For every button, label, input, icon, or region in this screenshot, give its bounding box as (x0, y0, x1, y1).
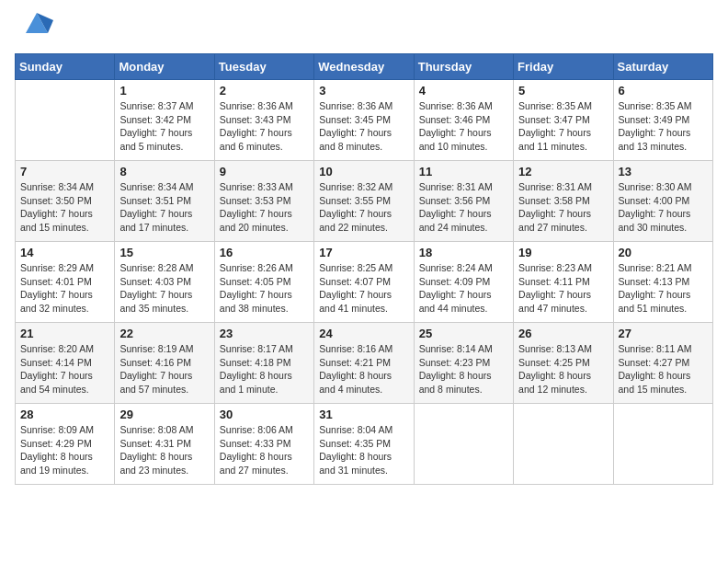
calendar-cell: 18Sunrise: 8:24 AM Sunset: 4:09 PM Dayli… (414, 242, 513, 323)
calendar-cell: 25Sunrise: 8:14 AM Sunset: 4:23 PM Dayli… (414, 323, 513, 404)
day-info: Sunrise: 8:34 AM Sunset: 3:50 PM Dayligh… (20, 180, 109, 235)
calendar-cell: 20Sunrise: 8:21 AM Sunset: 4:13 PM Dayli… (613, 242, 712, 323)
calendar-cell: 17Sunrise: 8:25 AM Sunset: 4:07 PM Dayli… (314, 242, 414, 323)
col-header-monday: Monday (115, 54, 214, 80)
calendar-cell: 14Sunrise: 8:29 AM Sunset: 4:01 PM Dayli… (16, 242, 115, 323)
day-info: Sunrise: 8:35 AM Sunset: 3:49 PM Dayligh… (619, 99, 708, 154)
calendar-cell (613, 404, 712, 485)
calendar-cell: 22Sunrise: 8:19 AM Sunset: 4:16 PM Dayli… (115, 323, 214, 404)
day-info: Sunrise: 8:17 AM Sunset: 4:18 PM Dayligh… (220, 342, 309, 396)
calendar-cell: 30Sunrise: 8:06 AM Sunset: 4:33 PM Dayli… (214, 404, 313, 485)
day-number: 6 (619, 84, 708, 98)
day-number: 21 (20, 327, 109, 340)
day-info: Sunrise: 8:19 AM Sunset: 4:16 PM Dayligh… (119, 342, 209, 396)
day-number: 29 (119, 408, 209, 421)
calendar-table: SundayMondayTuesdayWednesdayThursdayFrid… (15, 53, 713, 485)
calendar-cell: 8Sunrise: 8:34 AM Sunset: 3:51 PM Daylig… (115, 161, 214, 242)
calendar-cell (414, 404, 513, 485)
col-header-saturday: Saturday (613, 54, 712, 80)
day-info: Sunrise: 8:33 AM Sunset: 3:53 PM Dayligh… (220, 180, 309, 235)
day-number: 31 (319, 408, 408, 421)
day-info: Sunrise: 8:09 AM Sunset: 4:29 PM Dayligh… (20, 423, 109, 477)
calendar-week-4: 21Sunrise: 8:20 AM Sunset: 4:14 PM Dayli… (16, 323, 713, 404)
calendar-cell: 16Sunrise: 8:26 AM Sunset: 4:05 PM Dayli… (214, 242, 313, 323)
day-info: Sunrise: 8:21 AM Sunset: 4:13 PM Dayligh… (619, 261, 708, 316)
day-info: Sunrise: 8:32 AM Sunset: 3:55 PM Dayligh… (319, 180, 408, 235)
day-info: Sunrise: 8:30 AM Sunset: 4:00 PM Dayligh… (619, 180, 708, 235)
day-number: 7 (20, 165, 109, 178)
day-number: 19 (518, 246, 608, 259)
page-header (15, 15, 713, 42)
day-number: 15 (119, 246, 209, 259)
calendar-cell: 27Sunrise: 8:11 AM Sunset: 4:27 PM Dayli… (613, 323, 712, 404)
calendar-cell: 9Sunrise: 8:33 AM Sunset: 3:53 PM Daylig… (214, 161, 313, 242)
day-info: Sunrise: 8:35 AM Sunset: 3:47 PM Dayligh… (518, 99, 608, 154)
calendar-cell: 1Sunrise: 8:37 AM Sunset: 3:42 PM Daylig… (115, 80, 214, 161)
calendar-cell: 28Sunrise: 8:09 AM Sunset: 4:29 PM Dayli… (16, 404, 115, 485)
col-header-sunday: Sunday (16, 54, 115, 80)
calendar-cell: 21Sunrise: 8:20 AM Sunset: 4:14 PM Dayli… (16, 323, 115, 404)
calendar-cell: 15Sunrise: 8:28 AM Sunset: 4:03 PM Dayli… (115, 242, 214, 323)
day-info: Sunrise: 8:20 AM Sunset: 4:14 PM Dayligh… (20, 342, 109, 396)
day-info: Sunrise: 8:36 AM Sunset: 3:45 PM Dayligh… (319, 99, 408, 154)
day-info: Sunrise: 8:24 AM Sunset: 4:09 PM Dayligh… (419, 261, 508, 316)
day-number: 22 (119, 327, 209, 340)
day-number: 30 (220, 408, 309, 421)
day-info: Sunrise: 8:23 AM Sunset: 4:11 PM Dayligh… (518, 261, 608, 316)
day-info: Sunrise: 8:31 AM Sunset: 3:58 PM Dayligh… (518, 180, 608, 235)
calendar-cell: 23Sunrise: 8:17 AM Sunset: 4:18 PM Dayli… (214, 323, 313, 404)
day-number: 25 (419, 327, 508, 340)
day-info: Sunrise: 8:34 AM Sunset: 3:51 PM Dayligh… (119, 180, 209, 235)
day-number: 12 (518, 165, 608, 178)
day-info: Sunrise: 8:28 AM Sunset: 4:03 PM Dayligh… (119, 261, 209, 316)
day-info: Sunrise: 8:29 AM Sunset: 4:01 PM Dayligh… (20, 261, 109, 316)
day-number: 27 (619, 327, 708, 340)
calendar-cell: 6Sunrise: 8:35 AM Sunset: 3:49 PM Daylig… (613, 80, 712, 161)
calendar-cell: 19Sunrise: 8:23 AM Sunset: 4:11 PM Dayli… (514, 242, 613, 323)
day-number: 8 (119, 165, 209, 178)
day-number: 10 (319, 165, 408, 178)
day-info: Sunrise: 8:26 AM Sunset: 4:05 PM Dayligh… (220, 261, 309, 316)
calendar-cell: 31Sunrise: 8:04 AM Sunset: 4:35 PM Dayli… (314, 404, 414, 485)
day-info: Sunrise: 8:31 AM Sunset: 3:56 PM Dayligh… (419, 180, 508, 235)
day-number: 14 (20, 246, 109, 259)
calendar-cell: 13Sunrise: 8:30 AM Sunset: 4:00 PM Dayli… (613, 161, 712, 242)
day-number: 18 (419, 246, 508, 259)
day-number: 3 (319, 84, 408, 98)
day-number: 16 (220, 246, 309, 259)
calendar-week-2: 7Sunrise: 8:34 AM Sunset: 3:50 PM Daylig… (16, 161, 713, 242)
day-number: 23 (220, 327, 309, 340)
day-info: Sunrise: 8:06 AM Sunset: 4:33 PM Dayligh… (220, 423, 309, 477)
calendar-cell (514, 404, 613, 485)
calendar-header-row: SundayMondayTuesdayWednesdayThursdayFrid… (16, 54, 713, 80)
day-number: 1 (119, 84, 209, 98)
day-number: 9 (220, 165, 309, 178)
col-header-wednesday: Wednesday (314, 54, 414, 80)
calendar-cell: 26Sunrise: 8:13 AM Sunset: 4:25 PM Dayli… (514, 323, 613, 404)
day-number: 24 (319, 327, 408, 340)
day-info: Sunrise: 8:04 AM Sunset: 4:35 PM Dayligh… (319, 423, 408, 477)
col-header-tuesday: Tuesday (214, 54, 313, 80)
col-header-friday: Friday (514, 54, 613, 80)
calendar-week-3: 14Sunrise: 8:29 AM Sunset: 4:01 PM Dayli… (16, 242, 713, 323)
day-number: 11 (419, 165, 508, 178)
calendar-cell: 4Sunrise: 8:36 AM Sunset: 3:46 PM Daylig… (414, 80, 513, 161)
col-header-thursday: Thursday (414, 54, 513, 80)
calendar-cell: 2Sunrise: 8:36 AM Sunset: 3:43 PM Daylig… (214, 80, 313, 161)
calendar-cell: 29Sunrise: 8:08 AM Sunset: 4:31 PM Dayli… (115, 404, 214, 485)
day-info: Sunrise: 8:08 AM Sunset: 4:31 PM Dayligh… (119, 423, 209, 477)
day-number: 2 (220, 84, 309, 98)
day-info: Sunrise: 8:16 AM Sunset: 4:21 PM Dayligh… (319, 342, 408, 396)
day-number: 28 (20, 408, 109, 421)
day-info: Sunrise: 8:14 AM Sunset: 4:23 PM Dayligh… (419, 342, 508, 396)
logo (15, 15, 53, 42)
day-number: 4 (419, 84, 508, 98)
calendar-cell: 7Sunrise: 8:34 AM Sunset: 3:50 PM Daylig… (16, 161, 115, 242)
day-info: Sunrise: 8:36 AM Sunset: 3:46 PM Dayligh… (419, 99, 508, 154)
calendar-cell (16, 80, 115, 161)
calendar-cell: 11Sunrise: 8:31 AM Sunset: 3:56 PM Dayli… (414, 161, 513, 242)
day-number: 20 (619, 246, 708, 259)
day-info: Sunrise: 8:13 AM Sunset: 4:25 PM Dayligh… (518, 342, 608, 396)
day-info: Sunrise: 8:11 AM Sunset: 4:27 PM Dayligh… (619, 342, 708, 396)
day-info: Sunrise: 8:36 AM Sunset: 3:43 PM Dayligh… (220, 99, 309, 154)
